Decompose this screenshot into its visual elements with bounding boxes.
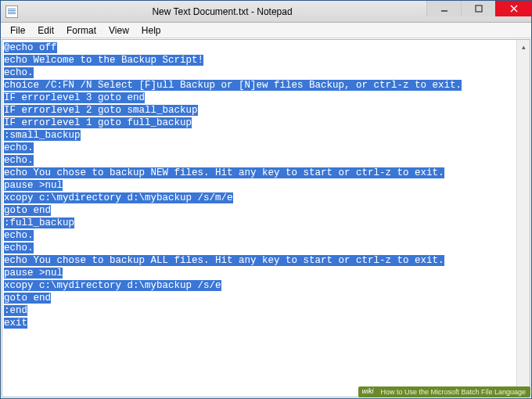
notepad-icon [5,5,18,18]
editor-line: echo. [4,142,515,154]
menu-help[interactable]: Help [135,23,167,38]
menubar: File Edit Format View Help [1,23,531,38]
editor-line: echo. [4,229,515,242]
text-editor[interactable]: @echo offecho Welcome to the Backup Scri… [2,40,516,397]
editor-line: echo. [4,242,515,254]
selected-text: echo You chose to backup NEW files. Hit … [4,167,444,178]
selected-text: echo You chose to backup ALL files. Hit … [4,255,444,266]
selected-text: goto end [4,205,51,216]
menu-format[interactable]: Format [60,23,102,38]
editor-line: choice /C:FN /N Select [F]ull Backup or … [4,79,515,92]
selected-text: pause >nul [4,180,63,191]
window-controls [426,1,531,22]
editor-line: IF errorlevel 1 goto full_backup [4,117,515,129]
menu-view[interactable]: View [102,23,135,38]
editor-line: pause >nul [4,267,515,279]
selected-text: IF errorlevel 3 goto end [4,92,145,103]
notepad-window: New Text Document.txt - Notepad File Edi… [0,0,532,399]
close-button[interactable] [495,1,531,16]
selected-text: echo. [4,243,34,253]
editor-line: pause >nul [4,179,515,192]
selected-text: :small_backup [4,130,81,141]
selected-text: choice /C:FN /N Select [F]ull Backup or … [4,80,462,91]
vertical-scrollbar[interactable]: ▴ ▾ [516,40,530,397]
editor-line: echo You chose to backup NEW files. Hit … [4,167,515,179]
editor-line: :end [4,304,515,317]
editor-line: :full_backup [4,217,515,229]
selected-text: exit [4,318,27,329]
svg-rect-1 [476,5,482,12]
selected-text: echo. [4,230,34,241]
watermark-badge: wiki How to Use the Microsoft Batch File… [358,386,530,397]
watermark-text: How to Use the Microsoft Batch File Lang… [380,388,526,396]
menu-file[interactable]: File [4,23,31,38]
editor-line: xcopy c:\mydirectory d:\mybackup /s/m/e [4,192,515,204]
maximize-button[interactable] [461,1,495,16]
selected-text: echo. [4,142,34,153]
maximize-icon [475,5,483,13]
selected-text: :full_backup [4,217,74,228]
minimize-button[interactable] [426,1,461,16]
editor-line: exit [4,317,515,329]
editor-line: :small_backup [4,129,515,142]
selected-text: IF errorlevel 1 goto full_backup [4,117,192,128]
editor-line: echo. [4,66,515,79]
selected-text: goto end [4,293,51,304]
scroll-up-arrow-icon[interactable]: ▴ [517,40,530,53]
selected-text: @echo off [4,42,57,53]
editor-line: echo Welcome to the Backup Script! [4,54,515,66]
minimize-icon [440,5,448,13]
editor-line: echo. [4,154,515,167]
editor-line: xcopy c:\mydirectory d:\mybackup /s/e [4,279,515,292]
selected-text: echo. [4,67,34,78]
editor-line: goto end [4,292,515,304]
editor-line: goto end [4,204,515,217]
selected-text: echo Welcome to the Backup Script! [4,55,203,66]
menu-edit[interactable]: Edit [31,23,60,38]
selected-text: echo. [4,155,34,166]
titlebar: New Text Document.txt - Notepad [1,1,531,23]
selected-text: pause >nul [4,268,63,279]
watermark-brand: wiki [361,387,373,395]
editor-line: echo You chose to backup ALL files. Hit … [4,254,515,267]
close-icon [510,5,518,13]
selected-text: xcopy c:\mydirectory d:\mybackup /s/m/e [4,192,233,203]
editor-line: @echo off [4,41,515,54]
editor-container: @echo offecho Welcome to the Backup Scri… [2,39,530,397]
window-title: New Text Document.txt - Notepad [18,6,426,17]
editor-line: IF errorlevel 2 goto small_backup [4,104,515,117]
editor-line: IF errorlevel 3 goto end [4,92,515,104]
selected-text: :end [4,305,27,316]
selected-text: xcopy c:\mydirectory d:\mybackup /s/e [4,280,221,291]
selected-text: IF errorlevel 2 goto small_backup [4,105,198,116]
